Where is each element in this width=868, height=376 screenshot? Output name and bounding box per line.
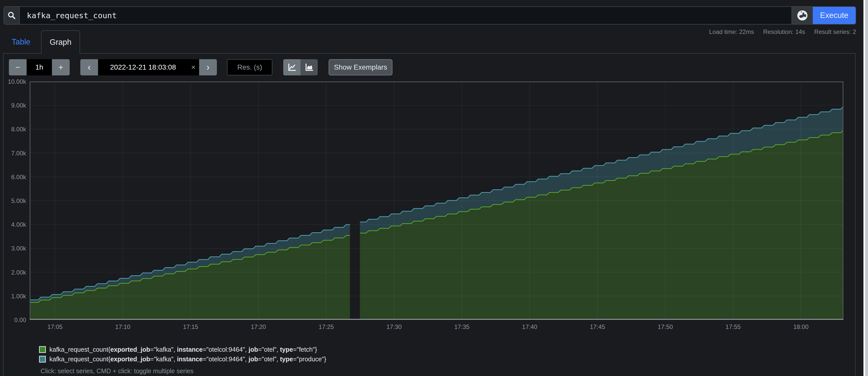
y-tick-label: 10.00k xyxy=(3,78,26,85)
legend-item[interactable]: kafka_request_count{exported_job="kafka"… xyxy=(39,345,326,354)
x-tick-label: 17:25 xyxy=(311,323,342,331)
line-chart-toggle-button[interactable] xyxy=(283,59,301,75)
search-addon xyxy=(4,7,20,24)
range-increase-button[interactable]: + xyxy=(52,59,70,75)
metrics-explorer-button[interactable] xyxy=(792,7,813,24)
clear-datetime-icon[interactable]: × xyxy=(191,63,195,72)
tab-table[interactable]: Table xyxy=(6,31,36,53)
x-tick-label: 17:45 xyxy=(582,323,613,331)
legend-series-label: kafka_request_count{exported_job="kafka"… xyxy=(50,346,317,353)
x-tick-label: 17:10 xyxy=(108,323,138,331)
query-stats: Load time: 22ms Resolution: 14s Result s… xyxy=(709,28,856,35)
query-bar: Execute xyxy=(4,6,856,25)
scrollbar-thumb[interactable] xyxy=(865,0,868,376)
prometheus-app: Execute Load time: 22ms Resolution: 14s … xyxy=(0,0,868,376)
time-forward-button[interactable]: › xyxy=(199,59,217,75)
range-decrease-button[interactable]: − xyxy=(9,59,27,75)
query-input[interactable] xyxy=(20,7,792,24)
resolution-input[interactable] xyxy=(227,59,272,75)
y-tick-label: 0.00 xyxy=(3,316,26,323)
x-tick-label: 17:20 xyxy=(243,323,274,331)
range-stepper: − + xyxy=(9,59,70,75)
time-back-button[interactable]: ‹ xyxy=(80,59,98,75)
graph-panel: − + ‹ × › xyxy=(3,53,856,376)
legend-swatch xyxy=(39,356,46,363)
x-tick-label: 17:55 xyxy=(718,323,748,331)
y-tick-label: 9.00k xyxy=(3,102,26,109)
execute-button[interactable]: Execute xyxy=(813,7,856,24)
datetime-input-wrap: × xyxy=(98,59,199,75)
search-icon xyxy=(7,11,16,20)
stacked-chart-toggle-button[interactable] xyxy=(301,59,318,75)
y-tick-label: 8.00k xyxy=(3,126,26,133)
y-tick-label: 5.00k xyxy=(3,197,26,204)
chart-type-toggle xyxy=(283,59,318,75)
tab-graph[interactable]: Graph xyxy=(41,30,80,54)
y-tick-label: 6.00k xyxy=(3,174,26,181)
datetime-picker: ‹ × › xyxy=(80,59,217,75)
x-tick-label: 17:40 xyxy=(515,323,545,331)
x-tick-label: 18:00 xyxy=(786,323,816,331)
legend-hint: Click: select series, CMD + click: toggl… xyxy=(40,367,193,375)
datetime-input[interactable] xyxy=(98,59,199,75)
y-tick-label: 2.00k xyxy=(3,269,26,276)
y-tick-label: 1.00k xyxy=(3,293,26,300)
area-chart xyxy=(30,81,843,320)
resolution: Resolution: 14s xyxy=(763,28,805,35)
y-tick-label: 4.00k xyxy=(3,221,26,228)
show-exemplars-button[interactable]: Show Exemplars xyxy=(329,59,393,75)
legend-series-label: kafka_request_count{exported_job="kafka"… xyxy=(50,355,326,363)
result-series: Result series: 2 xyxy=(814,28,856,35)
x-tick-label: 17:05 xyxy=(40,323,70,331)
x-tick-label: 17:15 xyxy=(175,323,206,331)
legend-item[interactable]: kafka_request_count{exported_job="kafka"… xyxy=(39,354,326,364)
x-tick-label: 17:50 xyxy=(650,323,681,331)
scrollbar-track[interactable] xyxy=(863,0,868,376)
chart-plot-area[interactable] xyxy=(30,81,843,320)
x-tick-label: 17:35 xyxy=(447,323,477,331)
range-input[interactable] xyxy=(27,59,52,75)
y-tick-label: 7.00k xyxy=(3,150,26,157)
globe-icon xyxy=(797,10,808,21)
y-tick-label: 3.00k xyxy=(3,245,26,252)
stacked-chart-icon xyxy=(305,63,314,72)
legend-swatch xyxy=(39,346,46,353)
load-time: Load time: 22ms xyxy=(709,28,754,35)
chart-legend: kafka_request_count{exported_job="kafka"… xyxy=(39,345,326,364)
x-tick-label: 17:30 xyxy=(379,323,409,331)
line-chart-icon xyxy=(287,63,297,72)
